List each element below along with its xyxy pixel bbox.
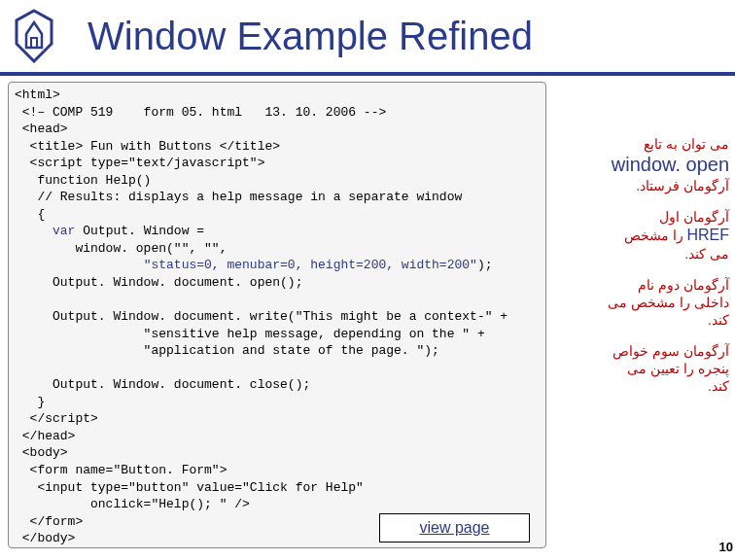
code-line: <html> [15,88,60,102]
code-line: <script type="text/javascript"> [15,156,264,170]
svg-rect-1 [31,38,37,48]
code-line: } [15,395,45,409]
code-line: </form> [15,514,83,529]
code-string: "status=0, menubar=0, height=200, width=… [144,258,477,272]
code-line: "application and state of the page. "); [15,343,439,358]
note-text: پنجره را تعیین می [554,361,729,376]
note-text: را مشخص [624,228,687,243]
code-line: Output. Window. document. open(); [15,275,302,290]
code-line: <head> [15,122,68,136]
code-line: function Help() [15,173,151,188]
note-text: کند. [554,378,729,394]
slide-header: Window Example Refined [0,0,735,76]
note-code: HREF [686,227,729,243]
view-page-link[interactable]: view page [379,513,530,542]
code-line: // Results: displays a help message in a… [15,190,462,204]
code-line [15,258,144,272]
logo-icon [10,7,58,65]
side-notes: می توان به تابع window. open آرگومان فرس… [554,134,729,396]
code-line: Output. Window = [75,224,204,238]
code-keyword: var [15,224,75,238]
code-line: <!– COMP 519 form 05. html 13. 10. 2006 … [15,105,386,120]
code-line: <body> [15,445,68,460]
code-line: <input type="button" value="Click for He… [15,480,364,495]
code-line: </head> [15,429,75,443]
code-line: { [15,207,45,222]
note-text: آرگومان فرستاد. [554,178,729,193]
note-mixed: HREF را مشخص [554,227,729,244]
code-line: </scr [15,411,68,426]
note-text: می توان به تابع [554,136,729,152]
code-line: <title> Fun with Buttons </title> [15,139,280,154]
code-line: window. open("", "", [15,241,227,256]
note-text: می کند. [554,246,729,262]
code-line: Output. Window. document. write("This mi… [15,309,508,324]
code-line: ); [477,258,493,272]
code-line: Output. Window. document. close(); [15,377,310,392]
note-code: window. open [554,154,729,176]
note-text: آرگومان اول [554,209,729,225]
svg-marker-0 [17,11,52,61]
code-line: <form name="Button. Form"> [15,463,227,477]
note-text: آرگومان دوم نام [554,277,729,293]
code-line: ipt> [68,411,98,426]
slide-title: Window Example Refined [88,15,533,58]
link-label: view page [419,519,489,537]
note-text: داخلی را مشخص می [554,295,729,310]
code-line: "sensitive help message, depending on th… [15,327,485,341]
page-number: 10 [719,540,733,554]
code-line: </body> [15,531,75,545]
note-text: آرگومان سوم خواص [554,343,729,359]
note-text: کند. [554,312,729,328]
code-line: onclick="Help(); " /> [15,497,250,511]
code-panel: <html> <!– COMP 519 form 05. html 13. 10… [8,82,546,548]
slide-content: <html> <!– COMP 519 form 05. html 13. 10… [0,76,735,556]
